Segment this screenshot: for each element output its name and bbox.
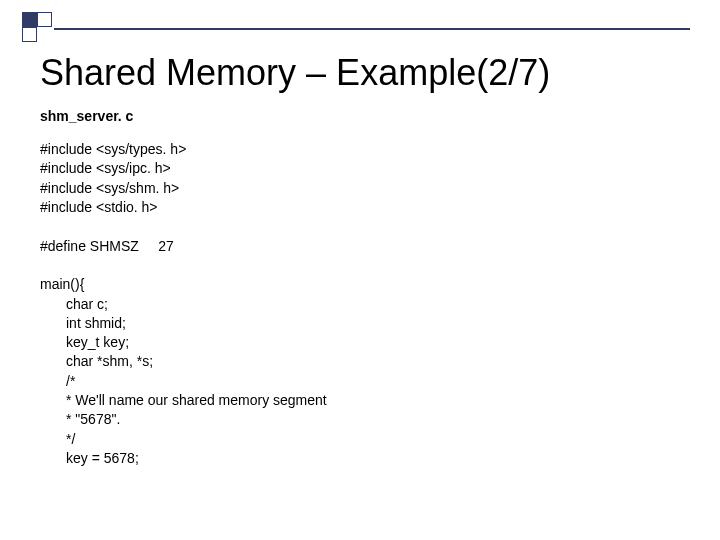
code-block: #include <sys/types. h> #include <sys/ip… (40, 140, 692, 468)
code-line: * We'll name our shared memory segment (40, 391, 327, 410)
code-line: #include <stdio. h> (40, 199, 158, 215)
code-line: main(){ (40, 276, 84, 292)
slide: Shared Memory – Example(2/7) shm_server.… (0, 0, 720, 540)
deco-square-outline-2 (22, 27, 37, 42)
code-line: key_t key; (40, 333, 129, 352)
code-line: /* (40, 372, 75, 391)
source-filename: shm_server. c (40, 108, 692, 124)
deco-square-outline-1 (37, 12, 52, 27)
code-line: */ (40, 430, 75, 449)
code-line: char c; (40, 295, 108, 314)
code-line: #define SHMSZ 27 (40, 238, 174, 254)
code-line: int shmid; (40, 314, 126, 333)
code-line: #include <sys/shm. h> (40, 180, 179, 196)
deco-square-filled (22, 12, 37, 27)
header-rule (54, 28, 690, 30)
slide-title: Shared Memory – Example(2/7) (40, 52, 692, 94)
code-line: char *shm, *s; (40, 352, 153, 371)
corner-decoration (22, 12, 52, 42)
code-line: * "5678". (40, 410, 120, 429)
code-line: #include <sys/types. h> (40, 141, 186, 157)
code-line: #include <sys/ipc. h> (40, 160, 171, 176)
code-line: key = 5678; (40, 449, 139, 468)
